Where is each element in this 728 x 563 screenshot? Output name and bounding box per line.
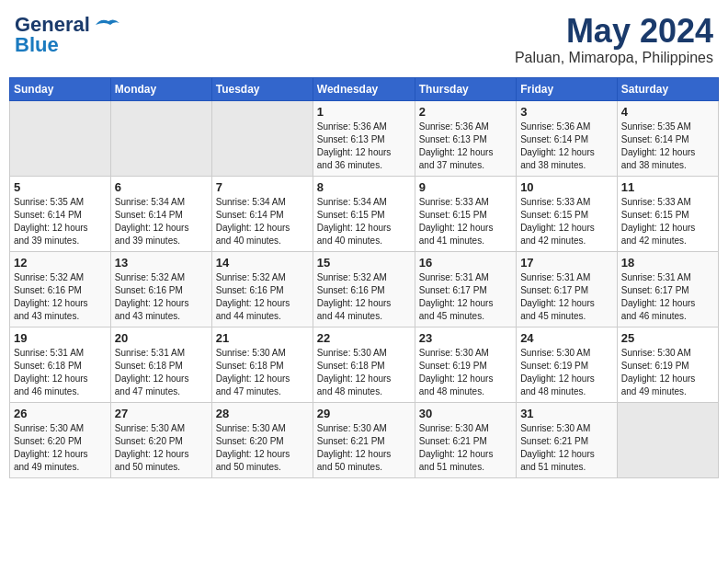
title-block: May 2024 Paluan, Mimaropa, Philippines <box>515 13 713 66</box>
calendar-week-row: 12Sunrise: 5:32 AM Sunset: 6:16 PM Dayli… <box>10 251 719 327</box>
day-number: 5 <box>14 180 107 194</box>
day-number: 17 <box>520 256 613 270</box>
day-number: 15 <box>317 256 411 270</box>
day-number: 19 <box>14 331 107 345</box>
calendar-day-cell: 5Sunrise: 5:35 AM Sunset: 6:14 PM Daylig… <box>10 176 111 251</box>
day-info: Sunrise: 5:30 AM Sunset: 6:20 PM Dayligh… <box>14 422 107 474</box>
day-number: 3 <box>520 105 613 119</box>
day-info: Sunrise: 5:30 AM Sunset: 6:18 PM Dayligh… <box>317 347 411 398</box>
day-info: Sunrise: 5:32 AM Sunset: 6:16 PM Dayligh… <box>317 271 411 323</box>
calendar-day-cell: 16Sunrise: 5:31 AM Sunset: 6:17 PM Dayli… <box>415 251 516 327</box>
day-info: Sunrise: 5:35 AM Sunset: 6:14 PM Dayligh… <box>14 196 107 247</box>
day-of-week-header: Tuesday <box>211 77 313 100</box>
calendar-header-row: SundayMondayTuesdayWednesdayThursdayFrid… <box>10 77 719 100</box>
day-number: 4 <box>621 105 714 119</box>
day-number: 6 <box>115 180 208 194</box>
day-number: 13 <box>115 256 208 270</box>
calendar-day-cell: 4Sunrise: 5:35 AM Sunset: 6:14 PM Daylig… <box>617 100 718 176</box>
day-info: Sunrise: 5:30 AM Sunset: 6:21 PM Dayligh… <box>317 422 411 474</box>
day-info: Sunrise: 5:34 AM Sunset: 6:14 PM Dayligh… <box>115 196 208 247</box>
day-number: 11 <box>621 180 714 194</box>
calendar-day-cell: 3Sunrise: 5:36 AM Sunset: 6:14 PM Daylig… <box>517 100 618 176</box>
day-number: 29 <box>317 407 411 420</box>
day-number: 7 <box>216 180 309 194</box>
calendar-day-cell <box>617 402 718 477</box>
day-number: 25 <box>621 331 714 345</box>
day-info: Sunrise: 5:32 AM Sunset: 6:16 PM Dayligh… <box>216 271 309 323</box>
calendar-day-cell: 29Sunrise: 5:30 AM Sunset: 6:21 PM Dayli… <box>313 402 415 477</box>
calendar-day-cell: 13Sunrise: 5:32 AM Sunset: 6:16 PM Dayli… <box>110 251 211 327</box>
calendar-day-cell <box>211 100 313 176</box>
month-title: May 2024 <box>515 13 713 50</box>
calendar-day-cell: 17Sunrise: 5:31 AM Sunset: 6:17 PM Dayli… <box>517 251 618 327</box>
page-header: General Blue May 2024 Paluan, Mimaropa, … <box>9 9 719 70</box>
day-info: Sunrise: 5:30 AM Sunset: 6:19 PM Dayligh… <box>621 347 714 398</box>
day-number: 31 <box>520 407 613 420</box>
day-info: Sunrise: 5:32 AM Sunset: 6:16 PM Dayligh… <box>14 271 107 323</box>
day-info: Sunrise: 5:36 AM Sunset: 6:14 PM Dayligh… <box>520 121 613 172</box>
calendar-day-cell: 15Sunrise: 5:32 AM Sunset: 6:16 PM Dayli… <box>313 251 415 327</box>
day-info: Sunrise: 5:31 AM Sunset: 6:18 PM Dayligh… <box>115 347 208 398</box>
day-info: Sunrise: 5:35 AM Sunset: 6:14 PM Dayligh… <box>621 121 714 172</box>
logo-bird-icon <box>92 16 121 34</box>
day-of-week-header: Saturday <box>617 77 718 100</box>
day-of-week-header: Sunday <box>10 77 111 100</box>
calendar-day-cell: 11Sunrise: 5:33 AM Sunset: 6:15 PM Dayli… <box>617 176 718 251</box>
day-number: 30 <box>419 407 512 420</box>
calendar-week-row: 5Sunrise: 5:35 AM Sunset: 6:14 PM Daylig… <box>10 176 719 251</box>
day-info: Sunrise: 5:31 AM Sunset: 6:17 PM Dayligh… <box>419 271 512 323</box>
day-number: 8 <box>317 180 411 194</box>
calendar-day-cell: 19Sunrise: 5:31 AM Sunset: 6:18 PM Dayli… <box>10 327 111 402</box>
calendar-week-row: 1Sunrise: 5:36 AM Sunset: 6:13 PM Daylig… <box>10 100 719 176</box>
day-info: Sunrise: 5:30 AM Sunset: 6:20 PM Dayligh… <box>216 422 309 474</box>
calendar-day-cell: 1Sunrise: 5:36 AM Sunset: 6:13 PM Daylig… <box>313 100 415 176</box>
day-info: Sunrise: 5:30 AM Sunset: 6:19 PM Dayligh… <box>419 347 512 398</box>
calendar-day-cell: 2Sunrise: 5:36 AM Sunset: 6:13 PM Daylig… <box>415 100 516 176</box>
location: Paluan, Mimaropa, Philippines <box>515 50 713 66</box>
logo: General Blue <box>15 13 121 57</box>
calendar-day-cell: 25Sunrise: 5:30 AM Sunset: 6:19 PM Dayli… <box>617 327 718 402</box>
day-number: 20 <box>115 331 208 345</box>
calendar-day-cell: 21Sunrise: 5:30 AM Sunset: 6:18 PM Dayli… <box>211 327 313 402</box>
calendar-table: SundayMondayTuesdayWednesdayThursdayFrid… <box>9 77 719 478</box>
day-number: 28 <box>216 407 309 420</box>
calendar-day-cell: 8Sunrise: 5:34 AM Sunset: 6:15 PM Daylig… <box>313 176 415 251</box>
day-number: 27 <box>115 407 208 420</box>
day-info: Sunrise: 5:34 AM Sunset: 6:15 PM Dayligh… <box>317 196 411 247</box>
day-info: Sunrise: 5:30 AM Sunset: 6:18 PM Dayligh… <box>216 347 309 398</box>
calendar-day-cell: 27Sunrise: 5:30 AM Sunset: 6:20 PM Dayli… <box>110 402 211 477</box>
day-of-week-header: Friday <box>517 77 618 100</box>
day-info: Sunrise: 5:30 AM Sunset: 6:20 PM Dayligh… <box>115 422 208 474</box>
calendar-week-row: 19Sunrise: 5:31 AM Sunset: 6:18 PM Dayli… <box>10 327 719 402</box>
calendar-day-cell: 31Sunrise: 5:30 AM Sunset: 6:21 PM Dayli… <box>517 402 618 477</box>
day-info: Sunrise: 5:32 AM Sunset: 6:16 PM Dayligh… <box>115 271 208 323</box>
calendar-day-cell: 14Sunrise: 5:32 AM Sunset: 6:16 PM Dayli… <box>211 251 313 327</box>
day-number: 18 <box>621 256 714 270</box>
day-info: Sunrise: 5:34 AM Sunset: 6:14 PM Dayligh… <box>216 196 309 247</box>
calendar-day-cell: 10Sunrise: 5:33 AM Sunset: 6:15 PM Dayli… <box>517 176 618 251</box>
day-number: 14 <box>216 256 309 270</box>
calendar-day-cell <box>110 100 211 176</box>
day-number: 2 <box>419 105 512 119</box>
calendar-day-cell: 7Sunrise: 5:34 AM Sunset: 6:14 PM Daylig… <box>211 176 313 251</box>
day-of-week-header: Thursday <box>415 77 516 100</box>
day-number: 10 <box>520 180 613 194</box>
day-number: 21 <box>216 331 309 345</box>
day-info: Sunrise: 5:33 AM Sunset: 6:15 PM Dayligh… <box>621 196 714 247</box>
day-number: 16 <box>419 256 512 270</box>
day-info: Sunrise: 5:33 AM Sunset: 6:15 PM Dayligh… <box>419 196 512 247</box>
day-info: Sunrise: 5:30 AM Sunset: 6:21 PM Dayligh… <box>419 422 512 474</box>
day-number: 9 <box>419 180 512 194</box>
day-info: Sunrise: 5:30 AM Sunset: 6:19 PM Dayligh… <box>520 347 613 398</box>
calendar-day-cell: 23Sunrise: 5:30 AM Sunset: 6:19 PM Dayli… <box>415 327 516 402</box>
day-number: 22 <box>317 331 411 345</box>
calendar-day-cell: 30Sunrise: 5:30 AM Sunset: 6:21 PM Dayli… <box>415 402 516 477</box>
day-info: Sunrise: 5:36 AM Sunset: 6:13 PM Dayligh… <box>419 121 512 172</box>
calendar-day-cell: 24Sunrise: 5:30 AM Sunset: 6:19 PM Dayli… <box>517 327 618 402</box>
day-of-week-header: Monday <box>110 77 211 100</box>
calendar-day-cell: 20Sunrise: 5:31 AM Sunset: 6:18 PM Dayli… <box>110 327 211 402</box>
day-of-week-header: Wednesday <box>313 77 415 100</box>
calendar-day-cell: 18Sunrise: 5:31 AM Sunset: 6:17 PM Dayli… <box>617 251 718 327</box>
day-number: 26 <box>14 407 107 420</box>
day-info: Sunrise: 5:33 AM Sunset: 6:15 PM Dayligh… <box>520 196 613 247</box>
